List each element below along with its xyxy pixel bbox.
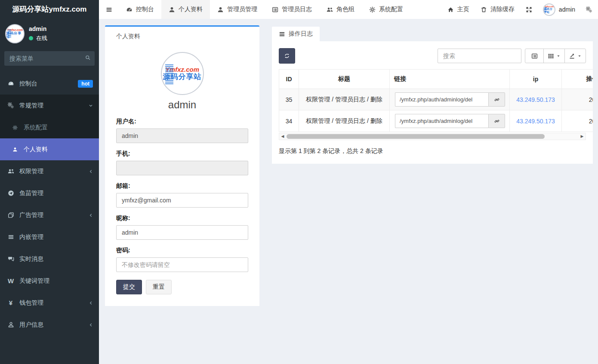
email-field[interactable] xyxy=(116,193,248,208)
fullscreen-button[interactable] xyxy=(520,0,538,19)
logo-stripes xyxy=(8,30,11,38)
nickname-field[interactable] xyxy=(116,225,248,240)
cell-id: 34 xyxy=(279,110,299,132)
user-menu[interactable]: Ymfxz.com 源码分享站 admin xyxy=(538,3,580,16)
email-label: 邮箱: xyxy=(116,182,248,190)
clear-cache-button[interactable]: 清除缓存 xyxy=(475,0,520,19)
url-field[interactable] xyxy=(395,92,488,107)
col-time[interactable]: 操作时间 xyxy=(562,70,593,89)
sidebar-item-label: 用户信息 xyxy=(19,321,43,329)
sidebar-item-realtime-messages[interactable]: 实时消息 xyxy=(0,248,99,270)
dashboard-icon xyxy=(6,80,15,87)
sidebar-user-panel: Ymfxz.com 源码分享站 admin 在线 xyxy=(0,19,99,48)
form-actions: 提交 重置 xyxy=(116,280,248,294)
tab-dashboard[interactable]: 控制台 xyxy=(119,0,161,19)
sidebar-item-dashboard[interactable]: 控制台 hot xyxy=(0,73,99,95)
nav-tabs: 控制台 个人资料 管理员管理 管理员日志 角色组 系统配置 xyxy=(119,0,410,19)
sidebar-menu: 控制台 hot 常规管理 系统配置 个人资料 权限管理 xyxy=(0,73,99,336)
ip-link[interactable]: 43.249.50.173 xyxy=(516,96,555,103)
gear-icon xyxy=(10,125,20,130)
scroll-right-arrow[interactable]: ▶ xyxy=(579,133,586,140)
col-ip[interactable]: ip xyxy=(510,70,562,89)
tab-label: 操作日志 xyxy=(289,30,313,38)
gear-icon xyxy=(369,6,376,13)
caret-down-icon xyxy=(577,54,582,58)
link-button[interactable] xyxy=(488,92,505,107)
toggle-view-button[interactable] xyxy=(525,49,544,63)
settings-button[interactable] xyxy=(580,0,598,19)
sidebar-toggle-button[interactable] xyxy=(99,0,119,19)
refresh-button[interactable] xyxy=(279,48,295,64)
chevron-left-icon xyxy=(89,213,93,217)
w-icon: W xyxy=(6,277,15,284)
tab-label: 管理员日志 xyxy=(282,6,312,13)
cell-title: 权限管理 / 管理员日志 / 删除 xyxy=(299,89,390,110)
tab-admin-log[interactable]: 管理员日志 xyxy=(265,0,319,19)
nickname-group: 昵称: xyxy=(116,214,248,240)
tab-operation-log[interactable]: 操作日志 xyxy=(272,27,320,41)
link-button[interactable] xyxy=(488,114,505,128)
profile-avatar[interactable]: Ymfxz.com 源码分享站 xyxy=(116,52,248,95)
sidebar-item-system-config[interactable]: 系统配置 xyxy=(0,116,99,138)
table-header-row: ID 标题 链接 ip 操作时间 xyxy=(279,70,593,89)
table-search-input[interactable] xyxy=(438,49,521,63)
user-meta: admin 在线 xyxy=(29,25,47,42)
tab-label: 角色组 xyxy=(336,6,354,13)
sidebar-item-ads[interactable]: 广告管理 xyxy=(0,204,99,226)
tab-label: 系统配置 xyxy=(379,6,403,13)
tab-label: 控制台 xyxy=(136,6,154,13)
scrollbar-thumb[interactable] xyxy=(287,134,545,139)
export-button[interactable] xyxy=(564,49,586,63)
avatar: Ymfxz.com 源码分享站 xyxy=(543,3,555,16)
columns-button[interactable] xyxy=(543,49,565,63)
tab-role-group[interactable]: 角色组 xyxy=(319,0,362,19)
cell-id: 35 xyxy=(279,89,299,110)
logs-tab-row: 操作日志 xyxy=(272,27,593,41)
sidebar-item-label: 鱼苗管理 xyxy=(19,190,43,197)
sidebar-item-profile[interactable]: 个人资料 xyxy=(0,138,99,160)
table-button-group xyxy=(525,49,586,63)
ip-link[interactable]: 43.249.50.173 xyxy=(516,118,555,125)
horizontal-scrollbar[interactable]: ◀ ▶ xyxy=(279,133,586,140)
list-alt-icon xyxy=(272,6,278,13)
password-field[interactable] xyxy=(116,257,248,272)
tab-profile[interactable]: 个人资料 xyxy=(161,0,210,19)
url-field[interactable] xyxy=(395,114,488,128)
col-url[interactable]: 链接 xyxy=(390,70,510,89)
user-status-label: 在线 xyxy=(36,34,47,42)
sidebar-item-label: 关键词管理 xyxy=(19,277,49,285)
sidebar-item-keywords[interactable]: W 关键词管理 xyxy=(0,270,99,292)
reset-button[interactable]: 重置 xyxy=(146,280,172,294)
sidebar-search xyxy=(4,51,95,66)
search-icon[interactable] xyxy=(85,55,90,60)
tab-system-config[interactable]: 系统配置 xyxy=(362,0,410,19)
sidebar-item-user-info[interactable]: 用户信息 xyxy=(0,314,99,336)
user-outline-icon xyxy=(6,321,15,328)
scroll-left-arrow[interactable]: ◀ xyxy=(279,133,286,140)
sidebar-item-label: 个人资料 xyxy=(24,146,48,153)
tab-admin-management[interactable]: 管理员管理 xyxy=(210,0,265,19)
avatar: Ymfxz.com 源码分享站 xyxy=(161,52,204,95)
hot-badge: hot xyxy=(78,80,93,88)
cell-url xyxy=(390,110,510,132)
sidebar-item-general[interactable]: 常规管理 xyxy=(0,95,99,116)
sidebar-item-wallet[interactable]: ¥ 钱包管理 xyxy=(0,292,99,314)
sidebar-item-label: 系统配置 xyxy=(24,124,48,132)
home-button[interactable]: 主页 xyxy=(442,0,475,19)
list-alt-icon xyxy=(531,53,538,59)
menu-search-input[interactable] xyxy=(4,51,95,66)
sidebar: 源码分享站ymfxz.com Ymfxz.com 源码分享站 admin 在线 … xyxy=(0,0,99,364)
sidebar-item-label: 广告管理 xyxy=(19,211,43,219)
col-id[interactable]: ID xyxy=(279,70,299,89)
profile-panel: 个人资料 Ymfxz.com 源码分享站 admin 用户名: 手机: 邮箱: … xyxy=(105,25,259,306)
url-input-group xyxy=(395,114,505,128)
username-label: 用户名: xyxy=(116,118,248,125)
admin-app: 源码分享站ymfxz.com Ymfxz.com 源码分享站 admin 在线 … xyxy=(0,0,598,364)
avatar[interactable]: Ymfxz.com 源码分享站 xyxy=(5,24,25,43)
sidebar-item-permissions[interactable]: 权限管理 xyxy=(0,160,99,182)
col-title[interactable]: 标题 xyxy=(299,70,390,89)
submit-button[interactable]: 提交 xyxy=(116,280,142,294)
sidebar-item-embed[interactable]: 内嵌管理 xyxy=(0,226,99,248)
panel-title: 个人资料 xyxy=(116,33,248,40)
sidebar-item-fry-management[interactable]: 鱼苗管理 xyxy=(0,182,99,204)
